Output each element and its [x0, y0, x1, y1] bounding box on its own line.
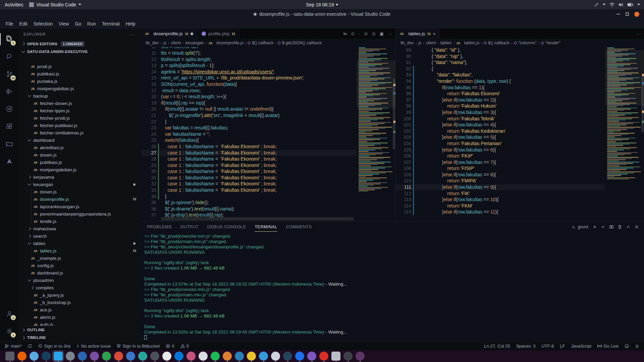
sidebar-section-timeline[interactable]: TIMELINE: [19, 334, 141, 341]
dock-app-icon-app-25[interactable]: [295, 352, 304, 361]
dock-app-icon-app-27[interactable]: [319, 352, 328, 361]
accounts-icon[interactable]: 1: [0, 305, 19, 322]
menu-edit[interactable]: Edit: [16, 20, 31, 27]
status-item-spaces-3[interactable]: Spaces: 3: [516, 344, 536, 349]
tab-tables.js[interactable]: JStables.jsM×: [396, 28, 440, 39]
dock-app-icon-app-6[interactable]: [66, 352, 75, 361]
dock-app-icon-app-28[interactable]: [331, 352, 340, 361]
dock-app-icon-app-26[interactable]: [307, 352, 316, 361]
run-debug-icon[interactable]: [0, 83, 19, 100]
status-item-javascript[interactable]: JavaScript: [571, 344, 591, 349]
menu-run[interactable]: Run: [84, 20, 99, 27]
breadcrumb-item[interactable]: $.getJSON() callback: [278, 41, 322, 45]
tree-item[interactable]: JSpenerimaandanpenggunaandana.js: [19, 210, 141, 218]
tree-item[interactable]: JSace.js: [19, 306, 141, 313]
compare-changes-icon[interactable]: ⇆: [343, 31, 347, 36]
breadcrumb-item[interactable]: client: [171, 41, 181, 45]
tree-item[interactable]: JSfetcher-simlitabmas.js: [19, 129, 141, 136]
status-item-go-live[interactable]: Go Live: [597, 344, 619, 349]
dock-app-icon-app-1[interactable]: [5, 352, 14, 361]
menu-help[interactable]: Help: [123, 20, 139, 27]
dock-app-icon-app-2[interactable]: [17, 352, 26, 361]
tree-item[interactable]: plusadmin: [19, 277, 141, 284]
tree-item[interactable]: JSakreditasi.js: [19, 144, 141, 151]
tab-dosenprofile.js[interactable]: JSdosenprofile.jsM: [141, 28, 198, 39]
status-item-utf-8[interactable]: UTF-8: [541, 344, 554, 349]
dock-app-icon-app-14[interactable]: [162, 352, 171, 361]
breadcrumb-item[interactable]: lib_dev: [400, 41, 414, 45]
dock-app-icon-app-9[interactable]: [102, 352, 111, 361]
tree-item[interactable]: kerjasama: [19, 173, 141, 181]
menu-view[interactable]: View: [56, 20, 72, 27]
project-manager-icon[interactable]: [0, 135, 19, 153]
sidebar-section-outline[interactable]: OUTLINE: [19, 326, 141, 334]
extensions-icon[interactable]: [0, 118, 19, 135]
minimap[interactable]: [357, 47, 395, 221]
explorer-more-actions-icon[interactable]: ···: [129, 32, 136, 37]
dock-app-icon-app-22[interactable]: [259, 352, 268, 361]
timeline-icon[interactable]: ◷: [372, 31, 375, 36]
dock-app-icon-app-17[interactable]: [199, 352, 208, 361]
breadcrumb-item[interactable]: js: [163, 41, 166, 45]
status-item-sign-in-to-bitbucket[interactable]: Sign in to Bitbucket: [117, 344, 160, 349]
dock-app-icon-app-7[interactable]: [78, 352, 87, 361]
tree-item[interactable]: JSauth.js: [19, 321, 141, 326]
dock-app-icon-app-20[interactable]: [235, 352, 244, 361]
kill-terminal-icon[interactable]: [618, 225, 622, 229]
tree-item[interactable]: JS_a_jquery.js: [19, 291, 141, 299]
minimap-viewport[interactable]: [605, 50, 644, 106]
search-icon[interactable]: [0, 48, 19, 65]
custom-a-icon[interactable]: [0, 153, 19, 170]
window-titlebar[interactable]: dosenprofile.js - satu-data-unsri-execut…: [0, 9, 644, 19]
vertical-scrollbar[interactable]: [393, 79, 395, 149]
settings-gear-icon[interactable]: 1: [0, 322, 19, 340]
vertical-scrollbar[interactable]: [641, 75, 644, 132]
status-item-lf[interactable]: LF: [560, 344, 565, 349]
open-changes-icon[interactable]: ·: [359, 31, 360, 36]
panel-tab-debug-console[interactable]: DEBUG CONSOLE: [207, 223, 246, 231]
tree-item[interactable]: JSdosen.js: [19, 151, 141, 159]
status-item-bell[interactable]: [635, 344, 639, 348]
tree-item[interactable]: dashboard: [19, 136, 141, 144]
tree-item[interactable]: JSprodi.js: [19, 63, 141, 70]
breadcrumb-item[interactable]: js: [418, 41, 421, 45]
horizontal-scrollbar[interactable]: [161, 217, 354, 221]
maximize-panel-icon[interactable]: [626, 225, 630, 229]
tree-item[interactable]: JSrisetpengabdian.js: [19, 166, 141, 173]
tree-item[interactable]: search: [19, 232, 141, 240]
explorer-icon[interactable]: 1: [0, 31, 19, 48]
editor-group-right[interactable]: JStables.jsM×··· lib_dev›js›client›table…: [396, 28, 644, 221]
dock-app-icon-app-29[interactable]: [343, 352, 353, 361]
dock-app-icon-app-15[interactable]: [174, 352, 183, 361]
panel-tab-comments[interactable]: COMMENTS: [286, 223, 312, 231]
dock-app-icon-app-13[interactable]: [150, 352, 159, 361]
breadcrumb-item[interactable]: keuangan: [185, 41, 204, 45]
code-editor-dosenprofile[interactable]: 10sult = currentPath11lits = result.spli…: [141, 47, 357, 221]
terminal-output[interactable]: >> File "lib_prod/js/vendor.min.js" chan…: [144, 234, 637, 340]
dock-app-icon-app-11[interactable]: [126, 352, 135, 361]
new-terminal-icon[interactable]: [593, 225, 597, 229]
breadcrumb-item[interactable]: tables: [440, 41, 451, 45]
tree-item[interactable]: backup: [19, 92, 141, 100]
tree-item[interactable]: JSfetcher-lppm.js: [19, 107, 141, 114]
app-menu[interactable]: Visual Studio Code: [29, 2, 81, 7]
dock-app-icon-app-10[interactable]: [114, 352, 123, 361]
status-item-no-active-issue[interactable]: No active issue: [76, 344, 111, 349]
tree-item[interactable]: JSalerts.js: [19, 313, 141, 321]
tree-item[interactable]: JSfetcher-dosen.js: [19, 100, 141, 107]
breadcrumb-item[interactable]: "columns": [514, 41, 537, 45]
dock-app-icon-vscode[interactable]: [54, 352, 63, 361]
prev-change-icon[interactable]: ⊙: [351, 31, 355, 36]
tree-item[interactable]: JSfetcher-publikasi.js: [19, 122, 141, 129]
menu-terminal[interactable]: Terminal: [99, 20, 123, 27]
breadcrumb-item[interactable]: $() callback: [248, 41, 273, 45]
menu-selection[interactable]: Selection: [31, 20, 56, 27]
dock-app-icon-app-3[interactable]: [30, 352, 39, 361]
more-actions-icon[interactable]: ···: [388, 31, 392, 36]
status-item-sync[interactable]: [28, 344, 32, 348]
panel-tab-problems[interactable]: PROBLEMS: [147, 223, 171, 231]
dock-app-icon-app-12[interactable]: [138, 352, 147, 361]
dock-app-icon-app-24[interactable]: [283, 352, 292, 361]
maximize-button[interactable]: [626, 12, 629, 16]
system-tray[interactable]: [594, 2, 644, 7]
